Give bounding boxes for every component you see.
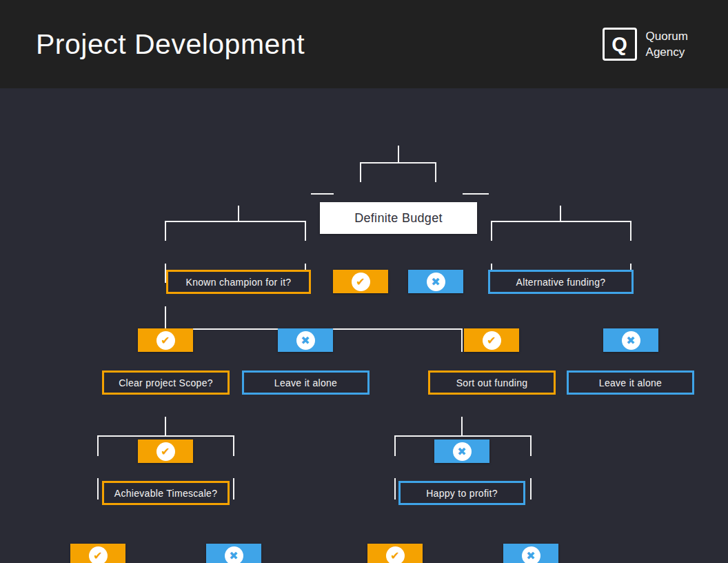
no-badge: ✖ bbox=[408, 270, 463, 293]
flow-node-achievable-timescale: Achievable Timescale? bbox=[102, 481, 230, 505]
cross-icon: ✖ bbox=[296, 331, 315, 350]
no-badge: ✖ bbox=[434, 439, 489, 463]
cross-icon: ✖ bbox=[522, 546, 540, 563]
flow-node-known-champion: Known champion for it? bbox=[166, 270, 311, 294]
flow-node-label: Leave it alone bbox=[599, 377, 662, 388]
brand-name-line1: Quorum bbox=[646, 28, 688, 44]
flow-node-alternative-funding: Alternative funding? bbox=[488, 270, 634, 294]
flow-node-label: Achievable Timescale? bbox=[114, 488, 218, 499]
cross-icon: ✖ bbox=[453, 442, 472, 461]
check-icon: ✔ bbox=[352, 273, 370, 291]
flow-node-label: Happy to profit? bbox=[426, 488, 498, 499]
flow-node-clear-scope: Clear project Scope? bbox=[102, 371, 230, 395]
check-icon: ✔ bbox=[156, 331, 175, 350]
brand-name-line2: Agency bbox=[646, 44, 688, 60]
brand-name: Quorum Agency bbox=[646, 28, 688, 60]
no-badge: ✖ bbox=[206, 544, 261, 563]
flow-node-label: Known champion for it? bbox=[186, 277, 292, 288]
q-logo-icon: Q bbox=[603, 28, 637, 61]
flow-node-label: Clear project Scope? bbox=[119, 377, 213, 388]
page-title: Project Development bbox=[36, 28, 305, 61]
no-badge: ✖ bbox=[603, 328, 658, 352]
cross-icon: ✖ bbox=[622, 331, 640, 350]
no-badge: ✖ bbox=[278, 328, 333, 352]
no-badge: ✖ bbox=[503, 544, 558, 563]
cross-icon: ✖ bbox=[427, 273, 445, 291]
cross-icon: ✖ bbox=[225, 546, 243, 563]
header: Project Development Q Quorum Agency bbox=[0, 0, 728, 88]
check-icon: ✔ bbox=[483, 331, 501, 350]
flow-node-definite-budget: Definite Budget bbox=[320, 202, 477, 234]
infographic-page: Project Development Q Quorum Agency Defi… bbox=[0, 0, 728, 563]
flow-node-label: Alternative funding? bbox=[516, 277, 606, 288]
logo-letter: Q bbox=[611, 34, 627, 55]
brand-logo: Q Quorum Agency bbox=[603, 28, 688, 61]
flow-node-label: Sort out funding bbox=[456, 377, 528, 388]
flowchart-canvas: Definite Budget ✔ ✖ Known champion for i… bbox=[0, 88, 728, 563]
check-icon: ✔ bbox=[386, 546, 405, 563]
flow-node-happy-to-profit: Happy to profit? bbox=[398, 481, 525, 505]
flow-node-label: Leave it alone bbox=[274, 377, 337, 388]
yes-badge: ✔ bbox=[367, 544, 423, 563]
yes-badge: ✔ bbox=[138, 328, 193, 352]
flow-node-leave-it-alone-right: Leave it alone bbox=[567, 371, 694, 395]
flow-node-leave-it-alone-left: Leave it alone bbox=[242, 371, 370, 395]
yes-badge: ✔ bbox=[138, 439, 193, 463]
yes-badge: ✔ bbox=[464, 328, 519, 352]
check-icon: ✔ bbox=[156, 442, 175, 461]
flow-node-sort-out-funding: Sort out funding bbox=[428, 371, 556, 395]
flow-node-label: Definite Budget bbox=[354, 211, 443, 226]
yes-badge: ✔ bbox=[70, 544, 125, 563]
check-icon: ✔ bbox=[89, 546, 108, 563]
yes-badge: ✔ bbox=[333, 270, 388, 293]
